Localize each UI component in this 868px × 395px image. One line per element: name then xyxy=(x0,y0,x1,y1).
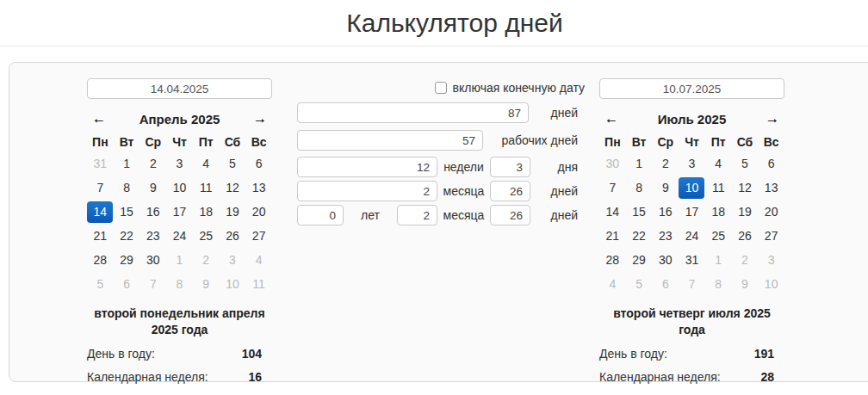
day-cell[interactable]: 25 xyxy=(193,224,220,248)
day-cell[interactable]: 1 xyxy=(114,151,140,176)
day-cell[interactable]: 26 xyxy=(220,224,246,248)
day-cell[interactable]: 27 xyxy=(758,224,784,248)
day-cell[interactable]: 5 xyxy=(87,272,114,296)
workdays-input[interactable] xyxy=(297,130,483,151)
day-cell[interactable]: 7 xyxy=(140,272,166,296)
day-cell[interactable]: 17 xyxy=(166,200,193,224)
day-cell[interactable]: 31 xyxy=(87,151,114,176)
day-cell[interactable]: 14 xyxy=(599,200,626,224)
day-cell[interactable]: 4 xyxy=(705,151,732,176)
day-cell[interactable]: 3 xyxy=(166,151,193,176)
weeks-input[interactable] xyxy=(297,157,437,177)
day-cell[interactable]: 8 xyxy=(114,176,140,200)
day-cell[interactable]: 18 xyxy=(193,200,220,224)
day-cell[interactable]: 19 xyxy=(220,200,246,224)
day-cell[interactable]: 20 xyxy=(758,200,784,224)
years-months-input[interactable] xyxy=(397,205,437,225)
day-cell[interactable]: 20 xyxy=(245,200,272,224)
day-cell[interactable]: 10 xyxy=(166,176,193,200)
day-cell[interactable]: 16 xyxy=(652,200,679,224)
day-cell[interactable]: 2 xyxy=(193,248,220,272)
end-date-input[interactable] xyxy=(599,78,784,99)
day-cell[interactable]: 11 xyxy=(193,176,220,200)
years-days-input[interactable] xyxy=(490,205,530,225)
day-cell[interactable]: 30 xyxy=(140,248,166,272)
prev-month-icon[interactable]: ← xyxy=(92,110,106,127)
day-cell[interactable]: 29 xyxy=(626,248,653,272)
day-cell[interactable]: 2 xyxy=(732,248,759,272)
day-cell[interactable]: 4 xyxy=(599,272,626,296)
years-input[interactable] xyxy=(297,205,344,225)
day-cell[interactable]: 5 xyxy=(732,151,759,176)
day-cell[interactable]: 17 xyxy=(679,200,705,224)
day-cell[interactable]: 8 xyxy=(705,272,732,296)
day-cell[interactable]: 11 xyxy=(705,176,732,200)
day-cell[interactable]: 8 xyxy=(626,176,653,200)
start-date-input[interactable] xyxy=(87,78,272,99)
day-cell[interactable]: 4 xyxy=(193,151,220,176)
day-cell[interactable]: 1 xyxy=(166,248,193,272)
day-cell[interactable]: 5 xyxy=(626,272,653,296)
day-cell[interactable]: 1 xyxy=(705,248,732,272)
day-cell[interactable]: 27 xyxy=(245,224,272,248)
day-cell[interactable]: 5 xyxy=(220,151,246,176)
day-cell[interactable]: 22 xyxy=(626,224,653,248)
day-cell[interactable]: 15 xyxy=(114,200,140,224)
day-cell[interactable]: 15 xyxy=(626,200,653,224)
day-cell[interactable]: 24 xyxy=(166,224,193,248)
day-cell[interactable]: 21 xyxy=(87,224,114,248)
day-cell[interactable]: 11 xyxy=(245,272,272,296)
day-cell[interactable]: 9 xyxy=(140,176,166,200)
day-cell[interactable]: 4 xyxy=(245,248,272,272)
day-cell[interactable]: 13 xyxy=(245,176,272,200)
day-cell[interactable]: 2 xyxy=(652,151,679,176)
day-cell[interactable]: 28 xyxy=(599,248,626,272)
day-cell[interactable]: 7 xyxy=(599,176,626,200)
day-cell[interactable]: 22 xyxy=(114,224,140,248)
day-cell[interactable]: 7 xyxy=(679,272,705,296)
days-input[interactable] xyxy=(297,102,529,123)
day-cell[interactable]: 1 xyxy=(626,151,653,176)
day-cell[interactable]: 6 xyxy=(245,151,272,176)
next-month-icon[interactable]: → xyxy=(766,110,779,127)
day-cell[interactable]: 10 xyxy=(758,272,784,296)
next-month-icon[interactable]: → xyxy=(253,110,267,127)
day-cell[interactable]: 6 xyxy=(758,151,784,176)
day-cell[interactable]: 29 xyxy=(114,248,140,272)
day-cell[interactable]: 6 xyxy=(652,272,679,296)
day-cell-selected[interactable]: 14 xyxy=(87,201,113,223)
day-cell[interactable]: 3 xyxy=(758,248,784,272)
day-cell[interactable]: 7 xyxy=(87,176,114,200)
day-cell[interactable]: 19 xyxy=(732,200,759,224)
day-cell[interactable]: 8 xyxy=(166,272,193,296)
day-cell[interactable]: 23 xyxy=(652,224,679,248)
day-cell[interactable]: 12 xyxy=(220,176,246,200)
day-cell[interactable]: 13 xyxy=(758,176,784,200)
day-cell[interactable]: 9 xyxy=(652,176,679,200)
day-cell[interactable]: 3 xyxy=(220,248,246,272)
day-cell[interactable]: 9 xyxy=(732,272,759,296)
day-cell[interactable]: 18 xyxy=(705,200,732,224)
day-cell[interactable]: 31 xyxy=(679,248,705,272)
day-cell[interactable]: 24 xyxy=(679,224,705,248)
day-cell[interactable]: 12 xyxy=(732,176,759,200)
day-cell[interactable]: 3 xyxy=(679,151,705,176)
day-cell[interactable]: 6 xyxy=(114,272,140,296)
day-cell[interactable]: 23 xyxy=(140,224,166,248)
weeks-days-input[interactable] xyxy=(490,157,530,177)
day-cell[interactable]: 16 xyxy=(140,200,166,224)
day-cell[interactable]: 30 xyxy=(652,248,679,272)
prev-month-icon[interactable]: ← xyxy=(604,110,618,127)
day-cell[interactable]: 9 xyxy=(193,272,220,296)
include-end-date-checkbox[interactable] xyxy=(435,82,447,94)
day-cell[interactable]: 10 xyxy=(220,272,246,296)
day-cell[interactable]: 30 xyxy=(599,151,626,176)
day-cell[interactable]: 25 xyxy=(705,224,732,248)
day-cell[interactable]: 28 xyxy=(87,248,114,272)
months-input[interactable] xyxy=(297,181,437,201)
day-cell[interactable]: 26 xyxy=(732,224,759,248)
day-cell-selected[interactable]: 10 xyxy=(679,177,704,199)
months-days-input[interactable] xyxy=(490,181,530,201)
day-cell[interactable]: 2 xyxy=(140,151,166,176)
day-cell[interactable]: 21 xyxy=(599,224,626,248)
